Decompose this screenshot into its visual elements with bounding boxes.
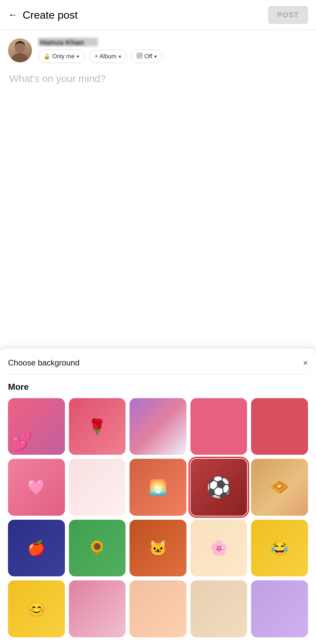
bg-emoji-pink-heart2: 🩷 [27, 478, 46, 496]
background-item-cat[interactable]: 🐱 [130, 520, 186, 577]
post-button[interactable]: POST [268, 6, 308, 24]
svg-point-4 [141, 54, 141, 55]
section-label: More [8, 382, 308, 392]
background-item-apple[interactable]: 🍎 [8, 520, 65, 577]
app-header: ← Create post POST [0, 0, 316, 30]
bg-emoji-sunset: 🌅 [149, 478, 167, 496]
svg-point-3 [139, 55, 141, 57]
instagram-label: Off [145, 53, 153, 60]
background-item-floral[interactable]: 🌸 [190, 520, 247, 577]
album-button[interactable]: + Album ▾ [89, 50, 127, 63]
bg-emoji-soccer: ⚽ [206, 475, 231, 499]
background-item-rose[interactable]: 🌹 [69, 398, 126, 455]
background-item-soccer[interactable]: ⚽ [190, 459, 247, 516]
background-item-laughing[interactable]: 😂 [251, 520, 308, 577]
bg-emoji-cat: 🐱 [149, 539, 167, 557]
background-item-pink-plain[interactable] [190, 398, 247, 455]
post-input[interactable]: What's on your mind? [0, 66, 316, 173]
svg-rect-2 [137, 53, 142, 58]
panel-header: Choose background × [8, 358, 308, 368]
tag-row: 🔒 Only me ▾ + Album ▾ Off ▾ [38, 50, 162, 63]
privacy-label: Only me [52, 53, 75, 60]
avatar-image [8, 38, 32, 62]
background-item-purple-swirl[interactable] [251, 580, 308, 637]
background-item-hearts[interactable]: 💕 [8, 398, 65, 455]
bg-emoji-hearts: 💕 [11, 432, 32, 452]
bg-emoji-smile: 😊 [27, 600, 46, 618]
background-item-stripes[interactable] [130, 398, 186, 455]
album-chevron-icon: ▾ [119, 53, 121, 60]
bg-emoji-yellow-flower: 🌻 [88, 539, 106, 557]
album-label: + Album [95, 53, 117, 60]
instagram-button[interactable]: Off ▾ [131, 50, 163, 63]
background-item-smile[interactable]: 😊 [8, 580, 65, 637]
background-panel: Choose background × More 💕🌹🩷🌅⚽🧇🍎🌻🐱🌸😂😊 [0, 348, 316, 644]
chevron-down-icon: ▾ [77, 53, 79, 60]
bg-emoji-floral: 🌸 [210, 539, 228, 557]
bg-emoji-apple: 🍎 [27, 539, 46, 557]
bg-emoji-tan-waffle: 🧇 [270, 478, 289, 496]
avatar [8, 38, 32, 62]
background-item-light-pink[interactable] [69, 459, 126, 516]
privacy-button[interactable]: 🔒 Only me ▾ [38, 50, 85, 63]
background-item-peach[interactable] [130, 580, 186, 637]
background-grid: 💕🌹🩷🌅⚽🧇🍎🌻🐱🌸😂😊 [8, 398, 308, 644]
header-left: ← Create post [8, 9, 78, 21]
user-name: Hamza Khan [38, 38, 98, 46]
close-button[interactable]: × [303, 358, 308, 368]
background-item-coral-plain[interactable] [251, 398, 308, 455]
user-row: Hamza Khan 🔒 Only me ▾ + Album ▾ [0, 30, 316, 66]
svg-point-0 [11, 53, 29, 62]
background-item-sunset[interactable]: 🌅 [130, 459, 186, 516]
avatar-svg [8, 38, 32, 62]
background-item-pink-heart2[interactable]: 🩷 [8, 459, 65, 516]
instagram-icon [137, 53, 143, 60]
panel-title: Choose background [8, 358, 80, 367]
lock-icon: 🔒 [44, 53, 50, 60]
back-button[interactable]: ← [8, 10, 17, 20]
background-item-pink-grad[interactable] [69, 580, 126, 637]
page-title: Create post [23, 9, 78, 21]
background-item-yellow-flower[interactable]: 🌻 [69, 520, 126, 577]
user-meta: Hamza Khan 🔒 Only me ▾ + Album ▾ [38, 38, 162, 63]
bg-emoji-laughing: 😂 [270, 539, 289, 557]
instagram-chevron-icon: ▾ [154, 53, 157, 60]
bg-emoji-rose: 🌹 [88, 418, 106, 435]
background-item-wheat[interactable] [190, 580, 247, 637]
background-item-tan-waffle[interactable]: 🧇 [251, 459, 308, 516]
panel-divider [8, 374, 308, 374]
